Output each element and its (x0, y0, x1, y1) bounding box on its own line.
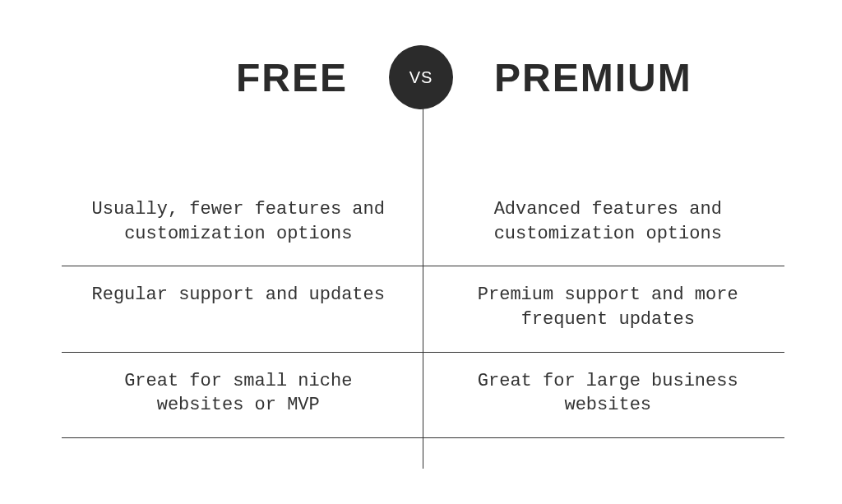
vs-badge: VS (389, 45, 453, 109)
comparison-header: FREE VS PREMIUM (0, 45, 842, 109)
premium-cell: Great for large business websites (423, 353, 785, 437)
vertical-divider (423, 99, 423, 469)
free-cell: Great for small niche websites or MVP (62, 353, 423, 437)
premium-cell: Advanced features and customization opti… (423, 181, 785, 266)
free-cell: Usually, fewer features and customizatio… (62, 181, 423, 266)
premium-cell: Premium support and more frequent update… (423, 266, 785, 351)
free-cell: Regular support and updates (62, 266, 423, 351)
header-premium-title: PREMIUM (453, 55, 733, 100)
header-free-title: FREE (109, 55, 389, 100)
